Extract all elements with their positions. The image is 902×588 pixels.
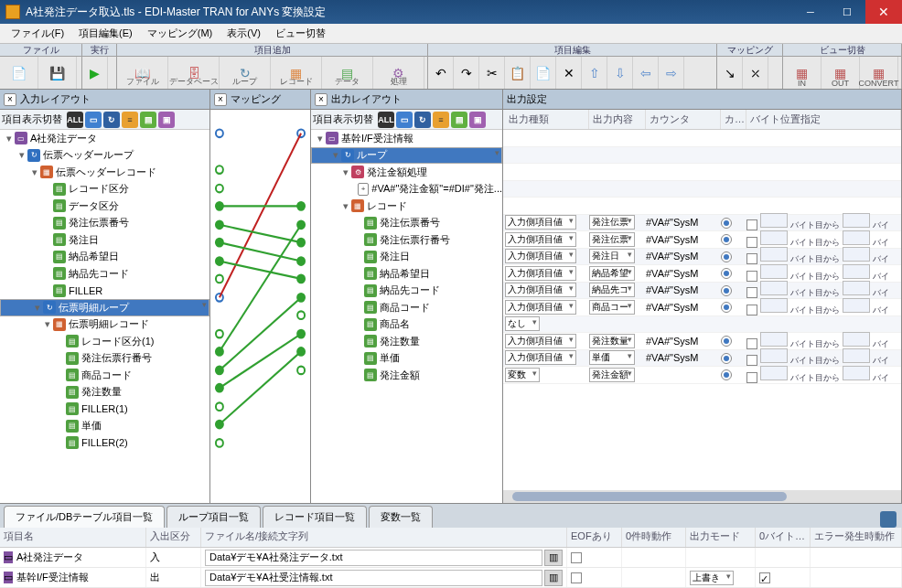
type-select[interactable]: 入力側項目値 bbox=[505, 266, 576, 281]
tree-row[interactable]: +#VA#"発注金額"=#DI#"発注... bbox=[311, 181, 502, 198]
type-select[interactable]: 入力側項目値 bbox=[505, 350, 576, 365]
add-db-button[interactable]: 🗄データベース bbox=[168, 57, 220, 89]
toggle-all[interactable]: ALL bbox=[67, 112, 83, 128]
tree-row[interactable]: ▤納品先コード bbox=[0, 265, 209, 283]
byte-input[interactable] bbox=[760, 264, 788, 279]
folder-icon[interactable]: ▥ bbox=[544, 550, 563, 566]
tree-row[interactable]: ▤レコード区分(1) bbox=[0, 333, 209, 350]
add-file-button[interactable]: 📖ファイル bbox=[117, 57, 168, 89]
byte-input[interactable] bbox=[843, 348, 870, 363]
tree-row[interactable]: ▾↻伝票明細ループ bbox=[0, 299, 209, 316]
type-select[interactable]: 入力側項目値 bbox=[505, 215, 576, 230]
byte-input[interactable] bbox=[843, 247, 870, 262]
byte-input[interactable] bbox=[760, 348, 788, 363]
tree-row[interactable]: ▤単価 bbox=[311, 350, 502, 368]
tree-row[interactable]: ▤発注金額 bbox=[311, 367, 502, 384]
menu-view[interactable]: 表示(V) bbox=[220, 25, 268, 42]
copy-button[interactable]: 📋 bbox=[505, 57, 531, 89]
byte-input[interactable] bbox=[843, 281, 870, 295]
content-select[interactable]: 納品先コ bbox=[589, 283, 635, 297]
radio[interactable] bbox=[721, 285, 732, 296]
panel-close-output[interactable] bbox=[315, 93, 328, 106]
map-disconnect-button[interactable]: ⤫ bbox=[743, 57, 768, 89]
eof-checkbox[interactable] bbox=[571, 552, 582, 563]
view-convert-button[interactable]: ▦CONVERT bbox=[860, 57, 898, 89]
file-input[interactable] bbox=[205, 570, 542, 586]
view-out-button[interactable]: ▦OUT bbox=[821, 57, 860, 89]
move-up-button[interactable]: ⇧ bbox=[582, 57, 607, 89]
map-connect-button[interactable]: ↘ bbox=[717, 57, 743, 89]
add-record-button[interactable]: ▦レコード bbox=[271, 57, 322, 89]
content-select[interactable]: 発注伝票 bbox=[589, 215, 635, 230]
mapping-canvas[interactable] bbox=[210, 110, 310, 503]
radio[interactable] bbox=[721, 251, 732, 262]
byte-input[interactable] bbox=[843, 230, 870, 245]
radio[interactable] bbox=[721, 369, 732, 380]
content-select[interactable]: 発注数量 bbox=[589, 334, 635, 348]
tree-row[interactable]: ▾▦伝票明細レコード bbox=[0, 316, 209, 334]
tree-row[interactable]: ▾↻ループ bbox=[311, 147, 502, 165]
undo-button[interactable]: ↶ bbox=[428, 57, 454, 89]
type-select[interactable]: 入力側項目値 bbox=[505, 232, 576, 247]
checkbox[interactable] bbox=[746, 253, 757, 264]
panel-close-input[interactable] bbox=[4, 93, 16, 106]
tree-row[interactable]: ▤発注数量 bbox=[311, 333, 502, 350]
radio[interactable] bbox=[721, 353, 732, 364]
content-select[interactable]: 単価 bbox=[589, 350, 635, 365]
checkbox[interactable] bbox=[746, 305, 757, 315]
tree-row[interactable]: ▤発注伝票行番号 bbox=[311, 231, 502, 249]
checkbox[interactable] bbox=[746, 271, 757, 282]
menu-view-switch[interactable]: ビュー切替 bbox=[268, 25, 333, 42]
tree-row[interactable]: ▤FILLER(2) bbox=[0, 434, 209, 452]
menu-file[interactable]: ファイル(F) bbox=[4, 25, 71, 42]
panel-close-mapping[interactable] bbox=[214, 93, 227, 106]
save-button[interactable]: 💾 bbox=[38, 57, 77, 89]
content-select[interactable]: 納品希望 bbox=[589, 266, 635, 281]
tree-row[interactable]: ▤発注伝票番号 bbox=[0, 215, 209, 232]
radio[interactable] bbox=[721, 268, 732, 279]
tree-row[interactable]: ▾↻伝票ヘッダーループ bbox=[0, 147, 209, 165]
radio[interactable] bbox=[721, 302, 732, 313]
tab-var[interactable]: 変数一覧 bbox=[369, 506, 433, 528]
tree-row[interactable]: ▤レコード区分 bbox=[0, 181, 209, 198]
tree-row[interactable]: ▾▭A社発注データ bbox=[0, 130, 209, 147]
move-down-button[interactable]: ⇩ bbox=[607, 57, 633, 89]
tab-file-db[interactable]: ファイル/DBテーブル項目一覧 bbox=[4, 506, 165, 528]
run-button[interactable]: ▶ bbox=[82, 57, 108, 89]
close-button[interactable] bbox=[865, 0, 902, 24]
toggle-loop-icon[interactable]: ↻ bbox=[103, 112, 120, 128]
zbyte-checkbox[interactable]: ✓ bbox=[759, 572, 770, 583]
tree-row[interactable]: ▤発注日 bbox=[0, 231, 209, 249]
type-select[interactable]: なし bbox=[505, 316, 540, 331]
tree-row[interactable]: ▤納品希望日 bbox=[0, 249, 209, 266]
tree-row[interactable]: ▤発注伝票行番号 bbox=[0, 350, 209, 368]
radio[interactable] bbox=[721, 218, 732, 229]
type-select[interactable]: 入力側項目値 bbox=[505, 283, 576, 297]
type-select[interactable]: 入力側項目値 bbox=[505, 334, 576, 348]
tree-row[interactable]: ▾⚙発注金額処理 bbox=[311, 164, 502, 181]
cut-button[interactable]: ✂ bbox=[479, 57, 505, 89]
tab-loop[interactable]: ループ項目一覧 bbox=[166, 506, 261, 528]
tree-row[interactable]: ▤FILLER bbox=[0, 283, 209, 300]
paste-button[interactable]: 📄 bbox=[531, 57, 556, 89]
content-select[interactable]: 発注伝票 bbox=[589, 232, 635, 247]
byte-input[interactable] bbox=[760, 298, 788, 313]
checkbox[interactable] bbox=[746, 355, 757, 366]
tree-row[interactable]: ▾▭基幹I/F受注情報 bbox=[311, 130, 502, 147]
input-tree[interactable]: ▾▭A社発注データ▾↻伝票ヘッダーループ▾▦伝票ヘッダーレコード▤レコード区分▤… bbox=[0, 130, 209, 503]
toggle-proc-icon[interactable]: ▣ bbox=[158, 112, 175, 128]
add-data-button[interactable]: ▤データ bbox=[322, 57, 373, 89]
tree-row[interactable]: ▤データ区分 bbox=[0, 198, 209, 215]
pin-icon[interactable] bbox=[880, 511, 897, 528]
byte-input[interactable] bbox=[843, 366, 870, 380]
checkbox[interactable] bbox=[746, 287, 757, 298]
tree-row[interactable]: ▤発注伝票番号 bbox=[311, 215, 502, 232]
radio[interactable] bbox=[721, 336, 732, 347]
content-select[interactable]: 商品コー bbox=[589, 300, 635, 315]
tree-row[interactable]: ▤商品コード bbox=[311, 299, 502, 316]
tree-row[interactable]: ▤発注日 bbox=[311, 249, 502, 266]
view-in-button[interactable]: ▦IN bbox=[783, 57, 821, 89]
folder-icon[interactable]: ▥ bbox=[544, 570, 563, 586]
tree-row[interactable]: ▤単価 bbox=[0, 418, 209, 435]
add-proc-button[interactable]: ⚙処理 bbox=[373, 57, 424, 89]
